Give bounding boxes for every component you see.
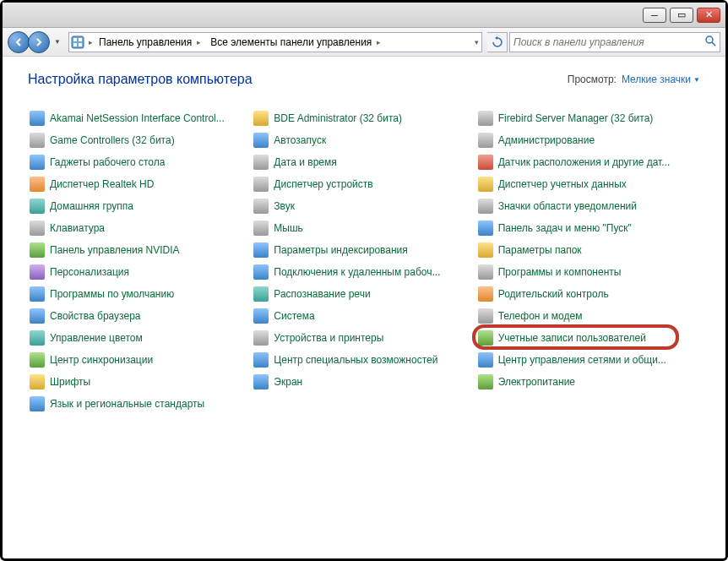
control-panel-item[interactable]: Game Controllers (32 бита) <box>28 129 252 151</box>
item-label: Диспетчер устройств <box>274 178 372 190</box>
control-panel-item[interactable]: Firebird Server Manager (32 бита) <box>476 107 700 129</box>
control-panel-item[interactable]: Клавиатура <box>28 217 252 239</box>
item-icon <box>30 242 45 258</box>
chevron-right-icon: ▸ <box>374 38 383 46</box>
item-icon <box>253 111 269 126</box>
nav-history-dropdown[interactable]: ▼ <box>52 34 63 51</box>
maximize-button[interactable]: ▭ <box>670 8 693 23</box>
control-panel-item[interactable]: Родительский контроль <box>476 283 700 305</box>
address-bar[interactable]: ▸ Панель управления ▸ Все элементы панел… <box>68 32 482 52</box>
item-icon <box>30 308 45 324</box>
chevron-down-icon[interactable]: ▾ <box>472 38 481 46</box>
svg-line-6 <box>712 42 715 46</box>
item-icon <box>30 155 45 170</box>
svg-rect-4 <box>79 43 82 46</box>
control-panel-item[interactable]: Значки области уведомлений <box>476 195 700 217</box>
item-label: Программы по умолчанию <box>50 288 174 300</box>
item-icon <box>253 352 269 368</box>
item-icon <box>30 133 45 148</box>
item-label: Шрифты <box>50 376 90 388</box>
control-panel-item[interactable]: Звук <box>252 195 475 217</box>
item-label: Экран <box>274 376 302 388</box>
item-icon <box>478 374 493 389</box>
control-panel-item[interactable]: Параметры индексирования <box>252 239 475 261</box>
item-icon <box>253 242 269 258</box>
close-button[interactable]: ✕ <box>697 8 720 23</box>
control-panel-item[interactable]: Система <box>252 305 475 327</box>
control-panel-item[interactable]: Программы и компоненты <box>476 261 700 283</box>
control-panel-item[interactable]: Панель управления NVIDIA <box>28 239 252 261</box>
control-panel-item[interactable]: Экран <box>252 371 475 393</box>
control-panel-item[interactable]: Персонализация <box>28 261 252 283</box>
control-panel-item[interactable]: Диспетчер Realtek HD <box>28 173 252 195</box>
item-icon <box>253 264 269 280</box>
item-label: Дата и время <box>274 156 336 168</box>
control-panel-item[interactable]: Akamai NetSession Interface Control... <box>28 107 252 129</box>
item-label: Гаджеты рабочего стола <box>50 156 165 168</box>
view-selector: Просмотр: Мелкие значки ▼ <box>568 74 700 85</box>
refresh-button[interactable] <box>487 32 508 52</box>
view-mode-dropdown[interactable]: Мелкие значки ▼ <box>622 74 700 85</box>
search-input[interactable] <box>513 36 704 48</box>
control-panel-item[interactable]: Домашняя группа <box>28 195 252 217</box>
control-panel-item[interactable]: Дата и время <box>252 151 475 173</box>
control-panel-item[interactable]: Центр управления сетями и общи... <box>476 349 700 371</box>
control-panel-item[interactable]: Мышь <box>252 217 475 239</box>
item-label: Домашняя группа <box>50 200 133 212</box>
control-panel-item[interactable]: Автозапуск <box>252 129 475 151</box>
item-label: Датчик расположения и другие дат... <box>498 156 671 168</box>
control-panel-item[interactable]: Подключения к удаленным рабоч... <box>252 261 475 283</box>
control-panel-item[interactable]: Язык и региональные стандарты <box>28 393 252 415</box>
search-icon[interactable] <box>704 35 716 49</box>
item-label: Firebird Server Manager (32 бита) <box>498 112 654 124</box>
item-icon <box>478 330 493 346</box>
item-label: Центр управления сетями и общи... <box>498 354 666 366</box>
control-panel-item[interactable]: Устройства и принтеры <box>252 327 475 349</box>
control-panel-item[interactable]: Гаджеты рабочего стола <box>28 151 252 173</box>
control-panel-item[interactable]: BDE Administrator (32 бита) <box>252 107 475 129</box>
control-panel-item[interactable]: Диспетчер устройств <box>252 173 475 195</box>
control-panel-item[interactable]: Центр синхронизации <box>28 349 252 371</box>
control-panel-item[interactable]: Параметры папок <box>476 239 700 261</box>
control-panel-item[interactable]: Диспетчер учетных данных <box>476 173 700 195</box>
control-panel-item[interactable]: Телефон и модем <box>476 305 700 327</box>
item-icon <box>478 221 493 236</box>
control-panel-item[interactable]: Шрифты <box>28 371 252 393</box>
item-icon <box>30 199 45 214</box>
control-panel-item[interactable]: Датчик расположения и другие дат... <box>476 151 700 173</box>
control-panel-window: ─ ▭ ✕ ▼ ▸ Панель управления ▸ Все элемен… <box>0 0 728 561</box>
control-panel-item[interactable]: Свойства браузера <box>28 305 252 327</box>
titlebar: ─ ▭ ✕ <box>3 3 725 28</box>
minimize-button[interactable]: ─ <box>643 8 666 23</box>
item-label: Центр специальных возможностей <box>274 354 437 366</box>
item-label: Подключения к удаленным рабоч... <box>274 266 440 278</box>
item-icon <box>253 308 269 324</box>
control-panel-item[interactable]: Распознавание речи <box>252 283 475 305</box>
item-label: Администрирование <box>498 134 595 146</box>
page-title: Настройка параметров компьютера <box>28 72 253 87</box>
item-label: Автозапуск <box>274 134 326 146</box>
control-panel-item[interactable]: Управление цветом <box>28 327 252 349</box>
control-panel-item[interactable]: Центр специальных возможностей <box>252 349 475 371</box>
control-panel-item[interactable]: Программы по умолчанию <box>28 283 252 305</box>
breadcrumb-seg-2[interactable]: Все элементы панели управления ▸ <box>207 36 387 48</box>
control-panel-item[interactable]: Электропитание <box>476 371 700 393</box>
item-icon <box>253 177 269 192</box>
item-icon <box>478 155 493 170</box>
svg-rect-3 <box>73 43 77 46</box>
item-label: Мышь <box>274 222 303 234</box>
item-icon <box>30 374 45 389</box>
control-panel-item[interactable]: Администрирование <box>476 129 700 151</box>
breadcrumb-seg-1[interactable]: Панель управления ▸ <box>95 36 207 48</box>
forward-button[interactable] <box>28 31 50 53</box>
chevron-right-icon: ▸ <box>194 38 204 46</box>
item-icon <box>30 352 45 368</box>
content-area: Настройка параметров компьютера Просмотр… <box>3 57 725 558</box>
item-icon <box>253 286 269 302</box>
item-icon <box>478 133 493 148</box>
control-panel-item[interactable]: Учетные записи пользователей <box>476 327 700 349</box>
back-button[interactable] <box>8 31 30 53</box>
item-label: Панель задач и меню "Пуск" <box>498 222 632 234</box>
search-box[interactable] <box>509 32 720 52</box>
control-panel-item[interactable]: Панель задач и меню "Пуск" <box>476 217 700 239</box>
